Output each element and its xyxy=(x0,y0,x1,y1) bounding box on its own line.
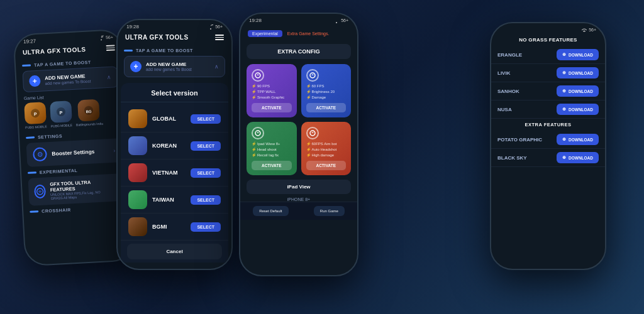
config-card-purple[interactable]: 90 FPS TPP WALL Smooth Graphic ACTIVATE xyxy=(247,64,297,117)
game-icon-pubgm: P xyxy=(50,100,72,123)
ipad-view-btn[interactable]: iPad View xyxy=(247,180,351,194)
download-nusa: NUSA ⊕ DOWNLOAD xyxy=(491,100,605,119)
signal-4: 56+ xyxy=(581,27,596,32)
select-taiwan-btn[interactable]: SELECT xyxy=(191,195,221,205)
select-bgmi-btn[interactable]: SELECT xyxy=(191,222,221,232)
activate-btn-orange[interactable]: ACTIVATE xyxy=(306,161,347,170)
download-icon-sanhok: ⊕ xyxy=(562,89,566,94)
version-bgmi[interactable]: BGMI SELECT xyxy=(121,214,228,241)
version-select-title: Select version xyxy=(121,83,228,102)
game-icon-text-bgmi: Battlegrounds India xyxy=(76,122,103,127)
download-icon-erangle: ⊕ xyxy=(562,52,566,57)
version-global[interactable]: GLOBAL SELECT xyxy=(121,106,228,133)
card-features-purple: 90 FPS TPP WALL Smooth Graphic xyxy=(252,84,292,100)
activate-btn-blue[interactable]: ACTIVATE xyxy=(306,103,347,112)
hamburger-2[interactable] xyxy=(215,35,224,40)
version-bgmi-name: BGMI xyxy=(152,224,167,230)
game-item-pubgm[interactable]: P PUBG MOBILE xyxy=(50,100,73,128)
card-features-green: Ipad Wiew 8+ Head shoot Recoil lag fix xyxy=(252,141,292,158)
download-erangle-label: DOWNLOAD xyxy=(569,53,593,57)
version-bgmi-info: BGMI xyxy=(128,217,167,236)
download-potato-label: DOWNLOAD xyxy=(569,138,593,142)
svg-text:BG: BG xyxy=(86,109,92,113)
iphone-label: iPHONE 8+ xyxy=(240,194,357,202)
game-icon-text-pubg: PUBG MOBILE xyxy=(25,124,47,129)
chevron-add-1: ∧ xyxy=(107,74,112,80)
phone-3: 19:28 56+ Experimental Extra Game Settin… xyxy=(239,13,358,276)
tap-section-2: TAP A GAME TO BOOST + ADD NEW GAME add n… xyxy=(118,48,231,83)
status-bar-3: 19:28 56+ xyxy=(240,14,357,25)
gear-icon: ⚙ xyxy=(33,147,47,161)
phone-2: 19:28 56+ ULTRA GFX TOOLS TAP A GAME TO … xyxy=(116,19,233,270)
extra-config-title: EXTRA CONFIG xyxy=(247,44,351,59)
signal-text-1: 56+ xyxy=(106,35,113,40)
download-nusa-btn[interactable]: ⊕ DOWNLOAD xyxy=(557,104,599,115)
version-vietnam-icon xyxy=(128,163,147,182)
section-settings-label-1: SETTINGS xyxy=(38,134,62,139)
signal-1: 56+ xyxy=(98,35,113,40)
section-tap-label-1: TAP A GAME TO BOOST xyxy=(34,60,91,67)
version-korean-name: KOREAN xyxy=(152,143,177,149)
game-item-pubg[interactable]: P PUBG MOBILE xyxy=(24,102,47,129)
map-livik-name: LIVIK xyxy=(497,70,510,76)
download-icon-potato: ⊕ xyxy=(562,137,566,142)
experimental-badge: Experimental xyxy=(248,30,282,37)
chevron-settings: › xyxy=(113,148,116,154)
gfx-tool-item[interactable]: GFX TOOL ULTRA FEATURES UNLOCK MAX FPS,F… xyxy=(28,173,124,206)
extra-settings-link[interactable]: Extra Game Settings. xyxy=(287,31,330,36)
select-korean-btn[interactable]: SELECT xyxy=(191,141,221,151)
version-taiwan[interactable]: TAIWAN SELECT xyxy=(121,187,228,214)
version-taiwan-name: TAIWAN xyxy=(152,197,174,203)
reset-default-btn[interactable]: Reset Default xyxy=(253,206,288,216)
add-new-game-btn-1[interactable]: + ADD NEW GAME add new games To Boost ∧ xyxy=(23,66,119,92)
booster-settings-item[interactable]: ⚙ Booster Settings › xyxy=(26,138,123,167)
time-1: 19:27 xyxy=(23,38,36,45)
download-icon-nusa: ⊕ xyxy=(562,107,566,112)
select-global-btn[interactable]: SELECT xyxy=(191,114,221,124)
version-korean-info: KOREAN xyxy=(128,136,177,155)
game-item-bgmi[interactable]: BG Battlegrounds India xyxy=(75,99,103,127)
bottom-bar-3: Reset Default Run Game xyxy=(240,202,357,220)
activate-btn-green[interactable]: ACTIVATE xyxy=(252,161,292,170)
svg-text:P: P xyxy=(34,112,37,116)
download-livik-btn[interactable]: ⊕ DOWNLOAD xyxy=(557,67,599,78)
cancel-btn[interactable]: Cancel xyxy=(127,244,222,259)
version-list: GLOBAL SELECT KOREAN SELECT VIETNAM SELE… xyxy=(121,106,228,241)
card-feature-4-3: High damage xyxy=(306,153,347,158)
download-potato-btn[interactable]: ⊕ DOWNLOAD xyxy=(557,134,599,145)
game-icon-bgmi: BG xyxy=(78,99,101,122)
download-sanhok-label: DOWNLOAD xyxy=(569,89,593,94)
app-title-1: ULTRA GFX TOOLS xyxy=(23,46,86,56)
svg-point-14 xyxy=(584,31,585,32)
version-vietnam[interactable]: VIETNAM SELECT xyxy=(121,160,228,187)
game-icons-row-1: P PUBG MOBILE P PUBG MOBILE BG Battlegro… xyxy=(24,98,120,129)
svg-point-9 xyxy=(336,22,337,23)
select-vietnam-btn[interactable]: SELECT xyxy=(191,168,221,178)
download-icon-livik: ⊕ xyxy=(562,70,566,75)
add-new-game-btn-2[interactable]: + ADD NEW GAME add new games To Boost ∧ xyxy=(124,56,225,77)
config-card-blue[interactable]: 60 FPS Brightness 20 Damage ACTIVATE xyxy=(301,64,352,117)
no-grass-title: NO GRASS FEATURES xyxy=(491,34,605,46)
version-global-name: GLOBAL xyxy=(152,116,176,122)
map-erangle-name: ERANGLE xyxy=(497,52,522,58)
download-erangle-btn[interactable]: ⊕ DOWNLOAD xyxy=(557,49,599,60)
config-card-orange[interactable]: 60FPS Aim bot Auto Headshot High damage … xyxy=(301,122,352,175)
svg-text:P: P xyxy=(59,111,62,115)
download-blacksky: BLACK SKY ⊕ DOWNLOAD xyxy=(491,149,605,167)
hamburger-1[interactable] xyxy=(106,45,115,51)
activate-btn-purple[interactable]: ACTIVATE xyxy=(252,103,292,112)
map-nusa-name: NUSA xyxy=(497,107,512,112)
signal-3: 56+ xyxy=(333,18,348,23)
card-feature-1-1: 90 FPS xyxy=(252,84,292,89)
card-feature-2-2: Brightness 20 xyxy=(306,89,347,95)
download-blacksky-btn[interactable]: ⊕ DOWNLOAD xyxy=(557,152,599,163)
gfx-info: GFX TOOL ULTRA FEATURES UNLOCK MAX FPS,F… xyxy=(50,178,112,200)
download-nusa-label: DOWNLOAD xyxy=(569,107,593,112)
version-global-icon xyxy=(128,109,147,128)
download-sanhok-btn[interactable]: ⊕ DOWNLOAD xyxy=(557,85,599,97)
version-korean[interactable]: KOREAN SELECT xyxy=(121,133,228,160)
booster-label: Booster Settings xyxy=(52,148,94,157)
run-game-btn[interactable]: Run Game xyxy=(314,206,345,216)
config-cards-grid: 90 FPS TPP WALL Smooth Graphic ACTIVATE … xyxy=(240,64,357,175)
config-card-green[interactable]: Ipad Wiew 8+ Head shoot Recoil lag fix A… xyxy=(247,122,297,175)
